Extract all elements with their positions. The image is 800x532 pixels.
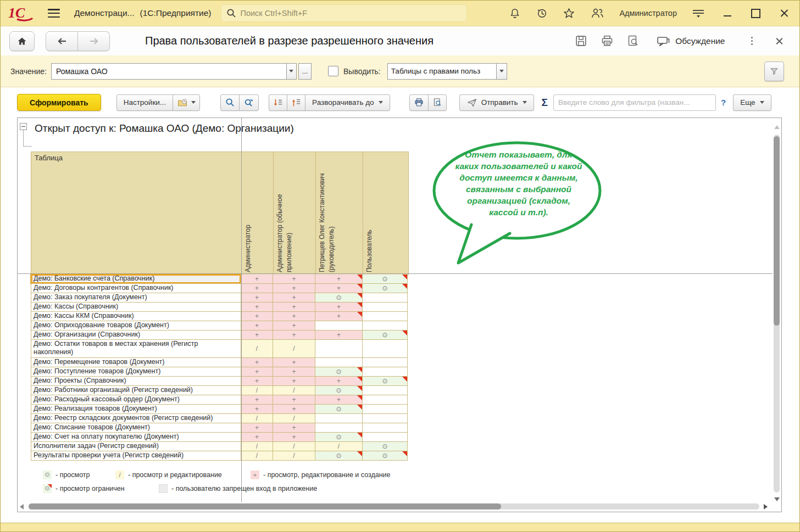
- perm-cell[interactable]: ⊙: [363, 275, 408, 284]
- row-label[interactable]: Демо: Расходный кассовый ордер (Документ…: [31, 395, 241, 405]
- row-label[interactable]: Демо: Реестр складских документов (Регис…: [31, 414, 241, 423]
- filter-settings-button[interactable]: [764, 61, 784, 81]
- row-label[interactable]: Демо: Организации (Справочник): [31, 331, 241, 340]
- favorites-star-icon[interactable]: [563, 7, 575, 20]
- help-button[interactable]: ?: [721, 98, 726, 107]
- notifications-icon[interactable]: [509, 7, 521, 19]
- perm-cell[interactable]: +: [273, 293, 315, 303]
- value-choose-button[interactable]: ...: [298, 63, 312, 80]
- close-window-icon[interactable]: [780, 9, 788, 18]
- perm-cell[interactable]: +: [241, 367, 273, 377]
- perm-cell[interactable]: +: [273, 405, 315, 414]
- row-label[interactable]: Демо: Реализация товаров (Документ): [31, 405, 241, 414]
- row-label[interactable]: Демо: Кассы (Справочник): [31, 303, 241, 312]
- perm-cell[interactable]: +: [273, 367, 315, 377]
- user-column-header[interactable]: Администратор (обычное приложение): [274, 152, 316, 275]
- forward-button[interactable]: [78, 31, 110, 51]
- perm-cell[interactable]: /: [273, 340, 315, 358]
- more-button[interactable]: Еще: [733, 94, 771, 111]
- corner-header-cell[interactable]: Таблица: [31, 152, 242, 275]
- perm-cell[interactable]: +: [241, 358, 273, 367]
- perm-cell[interactable]: +: [315, 395, 363, 405]
- global-search-input[interactable]: Поиск Ctrl+Shift+F: [221, 4, 467, 22]
- perm-cell[interactable]: +: [241, 321, 273, 331]
- perm-cell[interactable]: /: [273, 386, 315, 395]
- value-dropdown-button[interactable]: [286, 63, 297, 80]
- perm-cell[interactable]: +: [315, 331, 363, 340]
- find-next-button[interactable]: [239, 94, 259, 111]
- perm-cell[interactable]: +: [273, 312, 315, 321]
- back-button[interactable]: [46, 31, 78, 51]
- output-select[interactable]: Таблицы с правами польз: [387, 63, 507, 80]
- perm-cell[interactable]: +: [315, 312, 363, 321]
- discussion-icon[interactable]: [656, 35, 671, 48]
- horizontal-scrollbar-thumb[interactable]: [29, 503, 501, 509]
- perm-cell[interactable]: [315, 423, 363, 433]
- more-menu-icon[interactable]: [750, 36, 754, 47]
- discussion-label[interactable]: Обсуждение: [675, 36, 725, 46]
- perm-cell[interactable]: +: [315, 377, 363, 386]
- perm-cell[interactable]: ⊙: [363, 451, 408, 461]
- row-label[interactable]: Демо: Поступление товаров (Документ): [31, 367, 241, 377]
- perm-cell[interactable]: +: [241, 405, 273, 414]
- perm-cell[interactable]: ⊙: [363, 331, 408, 340]
- perm-cell[interactable]: /: [273, 451, 315, 461]
- perm-cell[interactable]: [363, 423, 408, 433]
- perm-cell[interactable]: /: [241, 442, 273, 451]
- perm-cell[interactable]: +: [241, 303, 273, 312]
- perm-cell[interactable]: +: [241, 423, 273, 433]
- generate-button[interactable]: Сформировать: [17, 94, 101, 111]
- output-dropdown-button[interactable]: [496, 64, 507, 79]
- maximize-icon[interactable]: [751, 9, 760, 18]
- quick-filter-input[interactable]: Введите слово для фильтра (назван...: [553, 94, 716, 111]
- perm-cell[interactable]: [363, 293, 408, 303]
- scroll-down-arrow[interactable]: [774, 497, 780, 501]
- perm-cell[interactable]: +: [241, 433, 273, 442]
- users-icon[interactable]: [590, 7, 604, 19]
- perm-cell[interactable]: /: [241, 414, 273, 423]
- perm-cell[interactable]: ⊙: [363, 442, 408, 451]
- perm-cell[interactable]: [363, 367, 408, 377]
- perm-cell[interactable]: +: [273, 423, 315, 433]
- row-label[interactable]: Демо: Работники организаций (Регистр све…: [31, 386, 241, 395]
- user-column-header[interactable]: Пользователь: [363, 152, 408, 275]
- perm-cell[interactable]: +: [315, 303, 363, 312]
- perm-cell[interactable]: +: [273, 284, 315, 293]
- autosum-button[interactable]: Σ: [542, 97, 548, 109]
- perm-cell[interactable]: [363, 433, 408, 442]
- perm-cell[interactable]: /: [273, 414, 315, 423]
- perm-cell[interactable]: +: [273, 303, 315, 312]
- perm-cell[interactable]: +: [241, 377, 273, 386]
- row-label[interactable]: Демо: Договоры контрагентов (Справочник): [31, 284, 241, 293]
- perm-cell[interactable]: +: [273, 358, 315, 367]
- toolbar-preview-button[interactable]: [428, 94, 447, 111]
- settings-button[interactable]: Настройки...: [116, 94, 173, 111]
- close-form-icon[interactable]: [776, 37, 783, 44]
- row-label[interactable]: Демо: Банковские счета (Справочник): [31, 275, 241, 284]
- main-menu-icon[interactable]: [48, 9, 60, 18]
- scroll-right-arrow[interactable]: [764, 504, 768, 509]
- user-column-header[interactable]: Петрищев Олег Константинович (руководите…: [316, 152, 363, 275]
- perm-cell[interactable]: [363, 340, 408, 358]
- perm-cell[interactable]: /: [241, 340, 273, 358]
- perm-cell[interactable]: +: [273, 377, 315, 386]
- perm-cell[interactable]: [363, 312, 408, 321]
- minimize-icon[interactable]: [724, 10, 731, 16]
- perm-cell[interactable]: ⊙: [315, 293, 363, 303]
- row-label[interactable]: Демо: Счет на оплату покупателю (Докумен…: [31, 433, 241, 442]
- service-settings-icon[interactable]: [692, 7, 705, 19]
- row-label[interactable]: Демо: Кассы ККМ (Справочник): [31, 312, 241, 321]
- perm-cell[interactable]: +: [273, 395, 315, 405]
- perm-cell[interactable]: +: [273, 433, 315, 442]
- row-label[interactable]: Исполнители задач (Регистр сведений): [31, 442, 241, 451]
- perm-cell[interactable]: +: [273, 331, 315, 340]
- perm-cell[interactable]: ⊙: [315, 433, 363, 442]
- collapse-groups-button[interactable]: [287, 94, 305, 111]
- perm-cell[interactable]: ⊙: [363, 377, 408, 386]
- report-variants-button[interactable]: [173, 94, 200, 111]
- current-user[interactable]: Администратор: [619, 9, 677, 18]
- row-label[interactable]: Демо: Перемещение товаров (Документ): [31, 358, 241, 367]
- perm-cell[interactable]: +: [241, 312, 273, 321]
- value-input[interactable]: Ромашка ОАО: [51, 63, 286, 80]
- perm-cell[interactable]: [363, 358, 408, 367]
